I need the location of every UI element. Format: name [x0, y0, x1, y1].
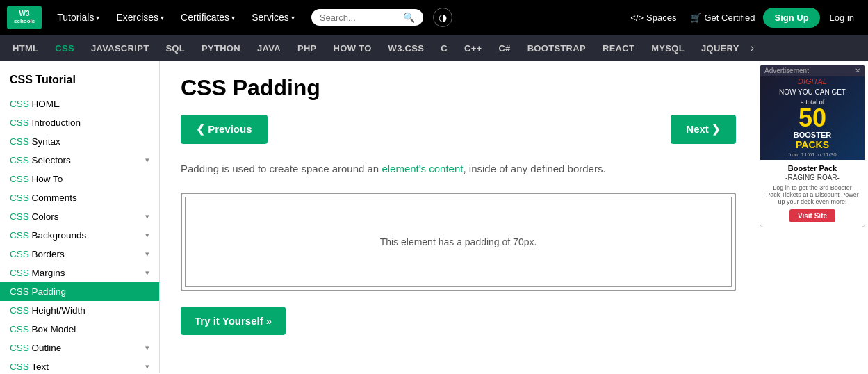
demo-box-wrapper: This element has a padding of 70px.: [181, 193, 736, 291]
exercises-arrow-icon: ▾: [161, 14, 164, 22]
cat-w3css[interactable]: W3.CSS: [380, 36, 433, 60]
ad-sub2: PACKS: [764, 139, 860, 150]
ad-title: Booster Pack: [766, 164, 859, 172]
sidebar-item-box-model[interactable]: CSS Box Model: [0, 320, 159, 339]
ad-big-number: 50: [764, 106, 860, 131]
cat-c[interactable]: C: [432, 36, 456, 60]
sidebar-item-borders[interactable]: CSS Borders ▾: [0, 245, 159, 263]
sidebar-item-home[interactable]: CSS HOME: [0, 95, 159, 113]
get-certified-button[interactable]: 🛒 Get Certified: [685, 8, 760, 27]
sidebar-item-text[interactable]: CSS Text ▾: [0, 357, 159, 373]
sidebar-item-colors[interactable]: CSS Colors ▾: [0, 207, 159, 226]
sidebar-item-height-width[interactable]: CSS Height/Width: [0, 301, 159, 320]
search-input[interactable]: [320, 13, 403, 23]
ad-visit-button[interactable]: Visit Site: [789, 209, 835, 222]
cat-howto[interactable]: HOW TO: [325, 36, 380, 60]
nav-buttons: ❮ Previous Next ❯: [181, 115, 736, 144]
chevron-down-icon: ▾: [145, 212, 149, 221]
login-button[interactable]: Log in: [823, 8, 861, 28]
certificates-menu[interactable]: Certificates ▾: [174, 8, 242, 27]
exercises-menu[interactable]: Exercises ▾: [109, 8, 171, 27]
cart-icon: 🛒: [690, 13, 701, 23]
sidebar: CSS Tutorial CSS HOME CSS Introduction C…: [0, 61, 160, 373]
ad-top-bar: Advertisement ✕: [760, 65, 865, 76]
search-icon: 🔍: [403, 12, 415, 23]
demo-text: This element has a padding of 70px.: [380, 236, 537, 247]
close-icon[interactable]: ✕: [855, 67, 860, 74]
chevron-down-icon: ▾: [145, 231, 149, 240]
page-description: Padding is used to create space around a…: [181, 161, 736, 177]
search-box: 🔍: [311, 9, 423, 26]
top-navigation: W3 schools Tutorials ▾ Exercises ▾ Certi…: [0, 0, 868, 35]
ad-content: Advertisement ✕ DRAGON BALL CARD GAME DI…: [760, 65, 865, 227]
sidebar-title: CSS Tutorial: [0, 68, 159, 95]
ad-tagline: JUST FOR LOGIN!: [764, 159, 860, 161]
chevron-down-icon: ▾: [145, 343, 149, 352]
sidebar-item-syntax[interactable]: CSS Syntax: [0, 132, 159, 151]
sidebar-item-introduction[interactable]: CSS Introduction: [0, 113, 159, 132]
ad-desc: Log in to get the 3rd Booster Pack Ticke…: [766, 184, 859, 205]
code-icon: </>: [630, 13, 644, 23]
sidebar-item-comments[interactable]: CSS Comments: [0, 188, 159, 207]
ad-now-text: NOW YOU CAN GET: [764, 88, 860, 96]
cat-csharp[interactable]: C#: [490, 36, 518, 60]
sidebar-item-padding[interactable]: CSS Padding: [0, 282, 159, 301]
main-content: CSS Padding ❮ Previous Next ❯ Padding is…: [160, 61, 757, 373]
cat-react[interactable]: REACT: [594, 36, 643, 60]
ad-panel: Advertisement ✕ DRAGON BALL CARD GAME DI…: [757, 61, 868, 373]
element-content-link[interactable]: element's content: [382, 163, 463, 174]
ad-digital: DIGITAL: [764, 77, 860, 86]
cat-jquery[interactable]: JQUERY: [693, 36, 748, 60]
spaces-button[interactable]: </> Spaces: [625, 8, 682, 27]
cat-javascript[interactable]: JAVASCRIPT: [83, 36, 157, 60]
sidebar-item-howto[interactable]: CSS How To: [0, 170, 159, 188]
cat-cpp[interactable]: C++: [456, 36, 490, 60]
cat-mysql[interactable]: MYSQL: [643, 36, 693, 60]
tutorials-menu[interactable]: Tutorials ▾: [50, 8, 106, 27]
logo[interactable]: W3 schools: [7, 6, 42, 29]
category-bar: HTML CSS JAVASCRIPT SQL PYTHON JAVA PHP …: [0, 35, 868, 61]
cat-css[interactable]: CSS: [47, 36, 83, 60]
sidebar-item-outline[interactable]: CSS Outline ▾: [0, 339, 159, 357]
signup-button[interactable]: Sign Up: [763, 8, 819, 28]
sidebar-item-backgrounds[interactable]: CSS Backgrounds ▾: [0, 226, 159, 245]
ad-image: DRAGON BALL CARD GAME DIGITAL NOW YOU CA…: [760, 76, 865, 160]
certificates-arrow-icon: ▾: [231, 14, 235, 22]
cat-bootstrap[interactable]: BOOTSTRAP: [519, 36, 594, 60]
chevron-down-icon: ▾: [145, 156, 149, 165]
try-it-yourself-button[interactable]: Try it Yourself »: [181, 307, 286, 335]
next-button[interactable]: Next ❯: [671, 115, 736, 144]
chevron-down-icon: ▾: [145, 362, 149, 371]
previous-button[interactable]: ❮ Previous: [181, 115, 268, 144]
ad-body: Booster Pack -RAGING ROAR- Log in to get…: [760, 160, 865, 227]
cat-html[interactable]: HTML: [4, 36, 47, 60]
tutorials-arrow-icon: ▾: [96, 14, 99, 22]
ad-subtitle: -RAGING ROAR-: [766, 174, 859, 181]
page-title: CSS Padding: [181, 75, 736, 101]
ad-sub: BOOSTER: [764, 131, 860, 139]
services-menu[interactable]: Services ▾: [245, 8, 302, 27]
ad-label: Advertisement: [764, 67, 809, 74]
services-arrow-icon: ▾: [291, 14, 295, 22]
demo-box: This element has a padding of 70px.: [185, 197, 732, 287]
contrast-toggle[interactable]: ◑: [433, 8, 452, 27]
sidebar-item-margins[interactable]: CSS Margins ▾: [0, 263, 159, 282]
sidebar-item-selectors[interactable]: CSS Selectors ▾: [0, 151, 159, 170]
cat-sql[interactable]: SQL: [157, 36, 193, 60]
cat-java[interactable]: JAVA: [249, 36, 289, 60]
chevron-down-icon: ▾: [145, 268, 149, 277]
cat-more-icon[interactable]: ›: [748, 35, 757, 61]
cat-python[interactable]: PYTHON: [193, 36, 249, 60]
chevron-down-icon: ▾: [145, 250, 149, 259]
cat-php[interactable]: PHP: [289, 36, 325, 60]
main-layout: CSS Tutorial CSS HOME CSS Introduction C…: [0, 61, 868, 373]
